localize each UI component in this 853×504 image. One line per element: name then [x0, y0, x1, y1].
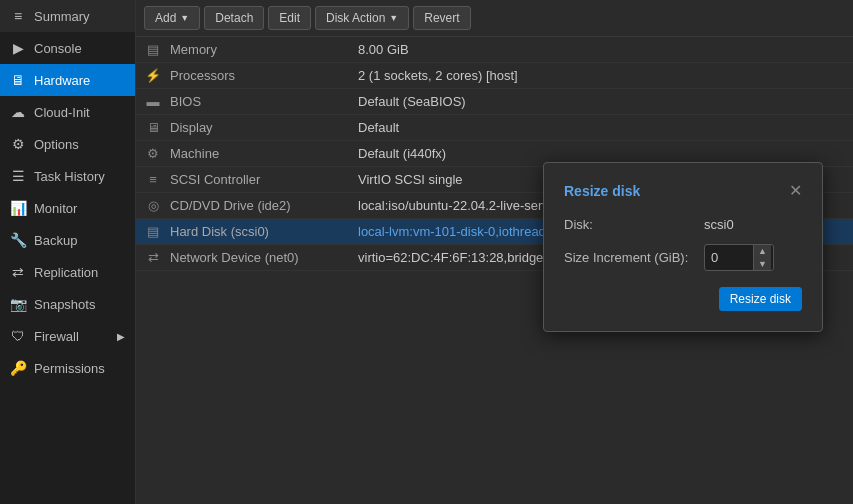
sidebar-item-label: Replication [34, 265, 98, 280]
backup-icon: 🔧 [10, 232, 26, 248]
snapshots-icon: 📷 [10, 296, 26, 312]
modal-overlay: Resize disk ✕ Disk: scsi0 Size Increment… [136, 0, 853, 504]
spinner-up-button[interactable]: ▲ [754, 245, 771, 258]
spinner-down-button[interactable]: ▼ [754, 258, 771, 271]
modal-title: Resize disk [564, 183, 640, 199]
sidebar-item-label: Summary [34, 9, 90, 24]
sidebar-item-label: Permissions [34, 361, 105, 376]
size-increment-label: Size Increment (GiB): [564, 250, 704, 265]
main-content: Add ▼ Detach Edit Disk Action ▼ Revert ▤… [136, 0, 853, 504]
sidebar-item-label: Console [34, 41, 82, 56]
modal-footer: Resize disk [564, 287, 802, 311]
sidebar-item-backup[interactable]: 🔧 Backup [0, 224, 135, 256]
sidebar-item-label: Monitor [34, 201, 77, 216]
disk-label: Disk: [564, 217, 704, 232]
task-history-icon: ☰ [10, 168, 26, 184]
resize-disk-modal: Resize disk ✕ Disk: scsi0 Size Increment… [543, 162, 823, 333]
options-icon: ⚙ [10, 136, 26, 152]
sidebar: ≡ Summary ▶ Console 🖥 Hardware ☁ Cloud-I… [0, 0, 136, 504]
sidebar-item-label: Task History [34, 169, 105, 184]
sidebar-item-snapshots[interactable]: 📷 Snapshots [0, 288, 135, 320]
sidebar-item-hardware[interactable]: 🖥 Hardware [0, 64, 135, 96]
resize-disk-button[interactable]: Resize disk [719, 287, 802, 311]
firewall-icon: 🛡 [10, 328, 26, 344]
sidebar-item-replication[interactable]: ⇄ Replication [0, 256, 135, 288]
sidebar-item-monitor[interactable]: 📊 Monitor [0, 192, 135, 224]
modal-header: Resize disk ✕ [564, 183, 802, 199]
chevron-right-icon: ▶ [117, 331, 125, 342]
monitor-icon: 📊 [10, 200, 26, 216]
console-icon: ▶ [10, 40, 26, 56]
hardware-icon: 🖥 [10, 72, 26, 88]
sidebar-item-task-history[interactable]: ☰ Task History [0, 160, 135, 192]
cloud-init-icon: ☁ [10, 104, 26, 120]
sidebar-item-console[interactable]: ▶ Console [0, 32, 135, 64]
spinner-buttons: ▲ ▼ [753, 245, 771, 271]
sidebar-item-summary[interactable]: ≡ Summary [0, 0, 135, 32]
modal-close-button[interactable]: ✕ [789, 183, 802, 199]
sidebar-item-firewall[interactable]: 🛡 Firewall ▶ [0, 320, 135, 352]
sidebar-item-label: Cloud-Init [34, 105, 90, 120]
size-increment-input[interactable] [705, 247, 753, 268]
sidebar-item-label: Snapshots [34, 297, 95, 312]
size-increment-field: Size Increment (GiB): ▲ ▼ [564, 244, 802, 272]
replication-icon: ⇄ [10, 264, 26, 280]
sidebar-item-label: Backup [34, 233, 77, 248]
sidebar-item-label: Firewall [34, 329, 79, 344]
disk-value: scsi0 [704, 217, 734, 232]
size-increment-input-wrap: ▲ ▼ [704, 244, 774, 272]
sidebar-item-permissions[interactable]: 🔑 Permissions [0, 352, 135, 384]
sidebar-item-cloud-init[interactable]: ☁ Cloud-Init [0, 96, 135, 128]
permissions-icon: 🔑 [10, 360, 26, 376]
disk-field: Disk: scsi0 [564, 217, 802, 232]
sidebar-item-label: Hardware [34, 73, 90, 88]
sidebar-item-label: Options [34, 137, 79, 152]
sidebar-item-options[interactable]: ⚙ Options [0, 128, 135, 160]
summary-icon: ≡ [10, 8, 26, 24]
